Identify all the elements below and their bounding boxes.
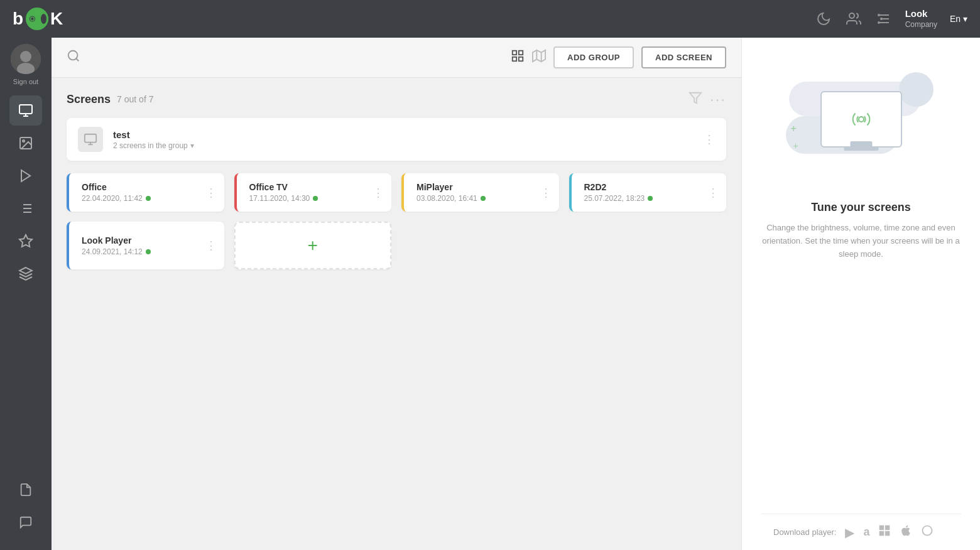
apple-icon[interactable]	[900, 524, 912, 540]
svg-rect-40	[879, 526, 885, 531]
svg-rect-29	[513, 50, 516, 54]
svg-rect-42	[879, 531, 885, 536]
screen-more-officetv[interactable]: ⋮	[373, 186, 384, 200]
sidebar-item-playlists[interactable]	[9, 193, 42, 224]
svg-point-8	[880, 18, 883, 20]
screen-more-office[interactable]: ⋮	[205, 186, 217, 200]
sidebar-item-video[interactable]	[9, 161, 42, 191]
plus-icon-1: +	[791, 123, 797, 134]
svg-marker-26	[19, 267, 32, 274]
logo-icon	[26, 8, 48, 30]
linux-icon[interactable]	[921, 524, 934, 540]
sidebar: Sign out	[0, 38, 52, 550]
sidebar-item-screens[interactable]	[9, 95, 42, 126]
group-row[interactable]: test 2 screens in the group ▾ ⋮	[67, 118, 726, 161]
status-dot-miplayer	[481, 196, 486, 201]
screen-date-lookplayer: 24.09.2021, 14:12	[82, 247, 214, 256]
monitor-screen	[820, 91, 902, 148]
lang-selector[interactable]: En ▾	[950, 14, 967, 24]
screen-date-office: 22.04.2020, 11:42	[82, 194, 214, 203]
monitor-base	[844, 147, 878, 151]
screen-card-lookplayer[interactable]: Look Player 24.09.2021, 14:12 ⋮	[67, 222, 224, 269]
svg-point-7	[878, 14, 880, 16]
company-sub: Company	[905, 20, 937, 30]
tune-description: Change the brightness, volume, time zone…	[761, 222, 961, 261]
svg-point-11	[20, 51, 31, 62]
signout-button[interactable]: Sign out	[13, 78, 38, 85]
screen-card-miplayer-info: MiPlayer 03.08.2020, 16:41	[414, 182, 549, 203]
amazon-icon[interactable]: a	[863, 526, 869, 539]
svg-rect-32	[519, 57, 523, 60]
svg-point-3	[849, 13, 854, 18]
screens-title: Screens	[67, 93, 111, 106]
svg-rect-31	[513, 57, 516, 60]
svg-rect-43	[885, 531, 890, 536]
plus-icon-2: +	[793, 141, 798, 151]
avatar[interactable]	[11, 44, 41, 74]
main-layout: Sign out	[0, 38, 980, 550]
screen-card-officetv[interactable]: Office TV 17.11.2020, 14:30 ⋮	[234, 173, 392, 212]
windows-icon[interactable]	[878, 524, 891, 540]
content-area: ADD GROUP ADD SCREEN Screens 7 out of 7 …	[52, 38, 741, 550]
group-name: test	[113, 129, 694, 140]
add-screen-icon: +	[308, 235, 318, 256]
screens-more-icon[interactable]: ···	[710, 90, 726, 108]
svg-rect-41	[885, 526, 890, 531]
screen-card-r2d2-info: R2D2 25.07.2022, 18:23	[582, 182, 717, 203]
sidebar-item-media[interactable]	[9, 128, 42, 158]
screens-count: 7 out of 7	[117, 94, 153, 104]
screen-name-miplayer: MiPlayer	[416, 182, 549, 192]
download-label: Download player:	[773, 527, 836, 537]
add-screen-card[interactable]: +	[234, 222, 392, 269]
add-screen-button[interactable]: ADD SCREEN	[641, 46, 726, 68]
screen-card-miplayer[interactable]: MiPlayer 03.08.2020, 16:41 ⋮	[401, 173, 559, 212]
status-dot-officetv	[313, 196, 318, 201]
company-info: Look Company	[905, 8, 937, 30]
sidebar-bottom	[9, 475, 42, 550]
screen-card-officetv-info: Office TV 17.11.2020, 14:30	[247, 182, 382, 203]
screen-date-officetv: 17.11.2020, 14:30	[249, 194, 382, 203]
svg-rect-13	[19, 105, 32, 114]
android-play-icon[interactable]: ▶	[845, 525, 854, 540]
svg-point-17	[23, 140, 24, 142]
svg-line-28	[76, 58, 79, 61]
sidebar-nav	[0, 95, 52, 289]
screens-section: Screens 7 out of 7 ···	[52, 78, 741, 550]
sidebar-item-layers[interactable]	[9, 259, 42, 289]
right-panel: + + Tune your screens Change the brightn…	[741, 38, 980, 550]
company-name: Look	[905, 8, 937, 20]
svg-point-27	[68, 51, 78, 60]
logo: b K	[13, 8, 63, 30]
screens-title-area: Screens 7 out of 7	[67, 93, 153, 106]
add-group-button[interactable]: ADD GROUP	[553, 46, 634, 68]
sidebar-item-chat[interactable]	[9, 507, 42, 537]
screen-more-lookplayer[interactable]: ⋮	[205, 239, 217, 252]
screen-more-r2d2[interactable]: ⋮	[707, 186, 719, 200]
search-button[interactable]	[67, 49, 80, 66]
status-dot-r2d2	[648, 196, 653, 201]
svg-marker-35	[690, 92, 701, 103]
svg-rect-36	[85, 134, 96, 143]
screen-card-lookplayer-info: Look Player 24.09.2021, 14:12	[79, 235, 214, 256]
screen-name-lookplayer: Look Player	[82, 235, 214, 245]
screens-header-actions: ···	[689, 90, 726, 108]
blob2	[899, 72, 934, 107]
filter-icon[interactable]	[689, 91, 702, 108]
grid-view-icon[interactable]	[511, 49, 525, 67]
group-sub: 2 screens in the group ▾	[113, 141, 694, 150]
screen-card-r2d2[interactable]: R2D2 25.07.2022, 18:23 ⋮	[569, 173, 727, 212]
users-icon[interactable]	[845, 10, 863, 28]
svg-point-39	[859, 117, 864, 122]
screen-date-r2d2: 25.07.2022, 18:23	[584, 194, 717, 203]
toolbar-right: ADD GROUP ADD SCREEN	[511, 46, 726, 68]
screen-more-miplayer[interactable]: ⋮	[540, 186, 552, 200]
screen-card-office[interactable]: Office 22.04.2020, 11:42 ⋮	[67, 173, 224, 212]
group-more-icon[interactable]: ⋮	[704, 132, 715, 146]
sidebar-item-docs[interactable]	[9, 475, 42, 505]
map-icon[interactable]	[532, 49, 546, 66]
svg-marker-25	[19, 235, 32, 247]
sidebar-item-featured[interactable]	[9, 226, 42, 256]
moon-icon[interactable]	[815, 10, 832, 28]
settings-icon[interactable]	[875, 10, 893, 28]
tune-title: Tune your screens	[811, 201, 911, 214]
